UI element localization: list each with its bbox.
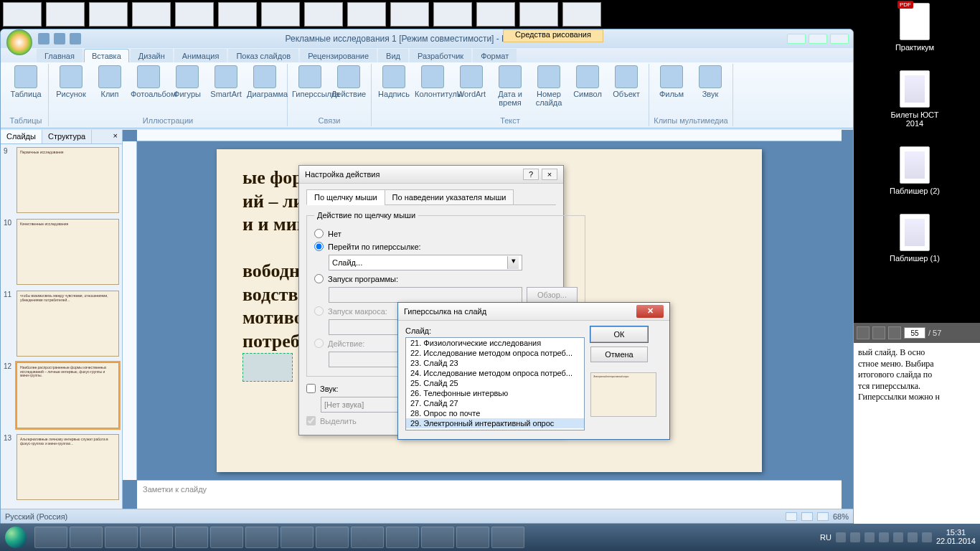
btn-movie[interactable]: Фильм	[654, 65, 689, 98]
radio-run-program[interactable]	[314, 274, 324, 283]
tab-design[interactable]: Дизайн	[131, 49, 173, 62]
outline-tab[interactable]: Структура	[42, 130, 92, 143]
btn-textbox[interactable]: Надпись	[376, 65, 412, 98]
tray-bluetooth-icon[interactable]	[879, 532, 889, 542]
notes-pane[interactable]: Заметки к слайду	[137, 480, 842, 509]
minimize-button[interactable]	[787, 34, 806, 44]
cancel-button[interactable]: Отмена	[590, 347, 648, 362]
tab-on-click[interactable]: По щелчку мыши	[306, 189, 385, 205]
office-button[interactable]	[6, 29, 32, 55]
qat-redo-icon[interactable]	[70, 33, 81, 44]
desktop-icon-word[interactable]: Паблишер (1)	[882, 214, 947, 263]
btn-picture[interactable]: Рисунок	[53, 65, 89, 98]
desktop-icon-word[interactable]: Паблишер (2)	[882, 146, 947, 195]
preview-thumb[interactable]	[304, 2, 343, 27]
taskbar-mail[interactable]	[316, 527, 349, 548]
preview-thumb[interactable]	[175, 2, 214, 27]
slide-thumbnail-list[interactable]: 9Первичные исследования 10Качественные и…	[1, 144, 122, 509]
tray-help-icon[interactable]	[836, 532, 846, 542]
tray-shield-icon[interactable]	[850, 532, 860, 542]
preview-thumb[interactable]	[390, 2, 429, 27]
list-item[interactable]: 23. Слайд 23	[406, 358, 584, 368]
taskbar-word[interactable]	[175, 527, 208, 548]
taskbar-explorer[interactable]	[34, 527, 67, 548]
tray-volume-icon[interactable]	[893, 532, 903, 542]
preview-thumb[interactable]	[347, 2, 386, 27]
checkbox-sound[interactable]	[306, 384, 316, 393]
tab-view[interactable]: Вид	[378, 49, 408, 62]
chevron-down-icon[interactable]: ▾	[507, 256, 519, 269]
btn-wordart[interactable]: WordArt	[453, 65, 489, 98]
ok-button[interactable]: ОК	[590, 326, 648, 342]
preview-thumb[interactable]	[476, 2, 515, 27]
btn-object[interactable]: Объект	[608, 65, 644, 98]
start-button[interactable]	[0, 524, 32, 551]
taskbar-hp[interactable]	[105, 527, 138, 548]
preview-thumb[interactable]	[562, 2, 601, 27]
maximize-button[interactable]	[809, 34, 827, 44]
taskbar-onenote[interactable]	[281, 527, 314, 548]
list-item[interactable]: 24. Исследование методом опроса потреб..…	[406, 368, 584, 378]
list-item[interactable]: 28. Опрос по почте	[406, 408, 584, 418]
tray-flag-icon[interactable]	[922, 532, 932, 542]
btn-sound[interactable]: Звук	[692, 65, 728, 98]
btn-slidenum[interactable]: Номер слайда	[531, 65, 567, 107]
desktop-icon-pdf[interactable]: Практикум	[882, 3, 947, 52]
preview-thumb[interactable]	[132, 2, 171, 27]
btn-chart[interactable]: Диаграмма	[247, 65, 283, 98]
list-item[interactable]: 30. Слайд 30	[406, 428, 584, 430]
preview-thumb[interactable]	[261, 2, 300, 27]
slide-thumb-10[interactable]: 10Качественные исследования	[4, 219, 119, 285]
tab-format[interactable]: Формат	[473, 49, 517, 62]
selected-action-shape[interactable]	[242, 353, 293, 382]
hyperlink-combo[interactable]: Слайд...▾	[329, 255, 522, 270]
preview-thumb[interactable]	[519, 2, 558, 27]
pdf-page-input[interactable]	[904, 327, 925, 339]
slide-thumb-11[interactable]: 11чтобы взаимосвязь между чувствами, отн…	[4, 291, 119, 357]
taskbar-powerpoint[interactable]	[491, 527, 524, 548]
slides-tab[interactable]: Слайды	[1, 130, 42, 143]
tray-network-icon[interactable]	[864, 532, 875, 542]
btn-headerfooter[interactable]: Колонтитулы	[415, 65, 451, 98]
btn-action[interactable]: Действие	[331, 65, 367, 98]
tab-on-hover[interactable]: По наведении указателя мыши	[385, 189, 514, 205]
taskbar-folder[interactable]	[70, 527, 103, 548]
radio-none[interactable]	[314, 229, 324, 238]
radio-hyperlink[interactable]	[314, 242, 324, 251]
qat-undo-icon[interactable]	[54, 33, 65, 44]
tray-battery-icon[interactable]	[908, 532, 918, 542]
list-item[interactable]: 27. Слайд 27	[406, 398, 584, 408]
preview-thumb[interactable]	[433, 2, 472, 27]
btn-table[interactable]: Таблица	[8, 65, 44, 98]
btn-symbol[interactable]: Символ	[570, 65, 606, 98]
btn-hyperlink[interactable]: Гиперссылка	[292, 65, 328, 98]
tab-slideshow[interactable]: Показ слайдов	[228, 49, 298, 62]
browse-button[interactable]: Обзор...	[527, 287, 578, 303]
4[interactable]: 13Альтернативные личному интервью служат…	[4, 434, 119, 500]
pdf-toolbar-button[interactable]	[888, 326, 901, 339]
btn-clipart[interactable]: Клип	[92, 65, 128, 98]
list-item[interactable]: 26. Телефонные интервью	[406, 388, 584, 398]
dialog-titlebar[interactable]: Настройка действия ? ×	[299, 166, 563, 184]
close-button[interactable]	[830, 34, 849, 44]
taskbar-excel[interactable]	[210, 527, 243, 548]
preview-thumb[interactable]	[46, 2, 85, 27]
btn-photoalbum[interactable]: Фотоальбом	[131, 65, 166, 98]
dialog-help-button[interactable]: ?	[523, 169, 539, 180]
clock[interactable]: 15:31 22.01.2014	[936, 529, 976, 545]
taskbar-media[interactable]	[351, 527, 384, 548]
taskbar-adobe-reader[interactable]	[456, 527, 489, 548]
view-sorter-icon[interactable]	[801, 512, 813, 521]
tab-insert[interactable]: Вставка	[84, 49, 129, 62]
taskbar-chrome[interactable]	[140, 527, 173, 548]
list-item[interactable]: 22. Исследование методом опроса потреб..…	[406, 348, 584, 358]
slide-thumb-9[interactable]: 9Первичные исследования	[4, 147, 119, 213]
preview-thumb[interactable]	[89, 2, 128, 27]
preview-thumb[interactable]	[218, 2, 257, 27]
btn-shapes[interactable]: Фигуры	[169, 65, 205, 98]
preview-thumb[interactable]	[3, 2, 42, 27]
pdf-toolbar-button[interactable]	[872, 326, 885, 339]
dialog-close-button[interactable]: ✕	[636, 305, 664, 318]
slides-pane-close[interactable]: ×	[109, 130, 122, 143]
tab-home[interactable]: Главная	[37, 49, 83, 62]
